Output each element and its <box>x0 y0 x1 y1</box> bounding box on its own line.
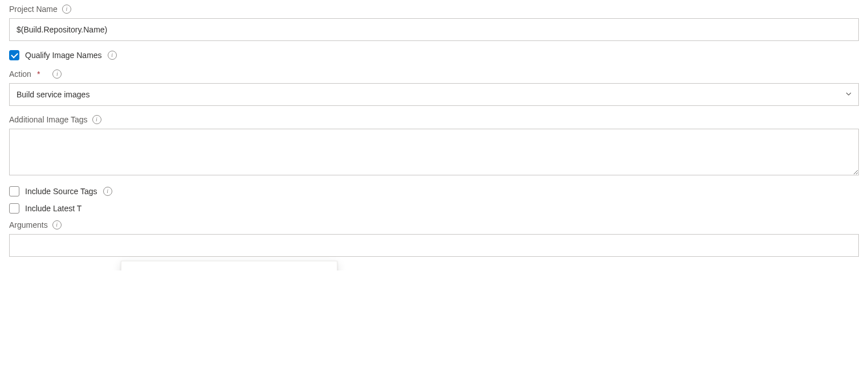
project-name-input[interactable] <box>9 18 859 41</box>
arguments-field: Arguments i <box>9 220 859 257</box>
additional-tags-field: Additional Image Tags i <box>9 115 859 177</box>
additional-tags-label: Additional Image Tags <box>9 115 88 124</box>
qualify-image-names-row: Qualify Image Names i <box>9 50 859 60</box>
action-label: Action <box>9 69 31 79</box>
project-name-field: Project Name i <box>9 5 859 41</box>
arguments-input[interactable] <box>9 234 859 257</box>
info-icon[interactable]: i <box>103 187 112 196</box>
include-latest-tag-label: Include Latest T <box>25 204 81 213</box>
action-field: Action* i <box>9 69 859 106</box>
info-icon[interactable]: i <box>108 51 117 60</box>
include-source-tags-row: Include Source Tags i <box>9 186 859 196</box>
arguments-tooltip: Docker Compose command options. Ex: For … <box>121 261 337 270</box>
qualify-image-names-label: Qualify Image Names <box>25 51 102 60</box>
required-marker: * <box>37 69 40 79</box>
include-source-tags-label: Include Source Tags <box>25 187 97 196</box>
include-source-tags-checkbox[interactable] <box>9 186 19 196</box>
info-icon[interactable]: i <box>52 69 62 79</box>
additional-tags-textarea[interactable] <box>9 129 859 175</box>
info-icon[interactable]: i <box>52 220 62 229</box>
tooltip-body: Docker Compose command options. Ex: For … <box>121 261 337 270</box>
arguments-label: Arguments <box>9 220 48 229</box>
info-icon[interactable]: i <box>62 5 71 14</box>
include-latest-tag-row: Include Latest T <box>9 203 859 214</box>
action-select[interactable] <box>9 83 859 106</box>
project-name-label: Project Name <box>9 5 58 14</box>
info-icon[interactable]: i <box>92 115 101 124</box>
qualify-image-names-checkbox[interactable] <box>9 50 19 60</box>
include-latest-tag-checkbox[interactable] <box>9 203 19 214</box>
